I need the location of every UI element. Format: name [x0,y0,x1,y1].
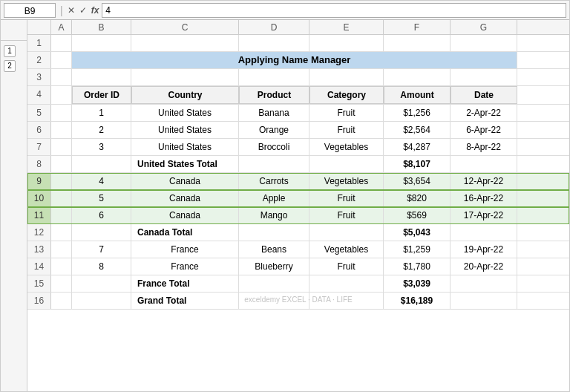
r13-product[interactable]: Beans [239,241,309,258]
fx-icon[interactable]: fx [91,5,99,16]
r6-a[interactable] [51,122,72,138]
header-amount[interactable]: Amount [384,86,451,104]
r7-amount[interactable]: $4,287 [384,139,451,155]
r16-label[interactable]: Grand Total [131,293,239,309]
r16-amount[interactable]: $16,189 [384,293,451,309]
r9-a[interactable] [51,173,72,189]
r3-d[interactable] [239,69,309,85]
r14-a[interactable] [51,258,72,275]
r7-id[interactable]: 3 [72,139,131,155]
r13-a[interactable] [51,241,72,258]
r10-product[interactable]: Apple [239,190,309,206]
r5-product[interactable]: Banana [239,105,309,121]
r10-category[interactable]: Fruit [309,190,384,206]
r5-amount[interactable]: $1,256 [384,105,451,121]
r2-a[interactable] [51,52,72,68]
r15-label[interactable]: France Total [131,275,239,292]
r13-category[interactable]: Vegetables [309,241,384,258]
r8-amount[interactable]: $8,107 [384,156,451,172]
r10-amount[interactable]: $820 [384,190,451,206]
r16-d[interactable] [239,293,309,309]
r14-category[interactable]: Fruit [309,258,384,275]
r11-amount[interactable]: $569 [384,207,451,223]
formula-input[interactable] [102,3,566,18]
r14-country[interactable]: France [131,258,239,275]
cell-reference-box[interactable]: B9 [4,3,56,18]
r8-g[interactable] [451,156,517,172]
r1-b[interactable] [72,35,131,51]
r12-d[interactable] [239,224,309,241]
header-product[interactable]: Product [239,86,309,104]
r11-country[interactable]: Canada [131,207,239,223]
r9-country[interactable]: Canada [131,173,239,189]
r7-product[interactable]: Broccoli [239,139,309,155]
r7-category[interactable]: Vegetables [309,139,384,155]
r13-country[interactable]: France [131,241,239,258]
r11-category[interactable]: Fruit [309,207,384,223]
r12-a[interactable] [51,224,72,241]
r15-a[interactable] [51,275,72,292]
col-header-f[interactable]: F [384,20,451,34]
r5-id[interactable]: 1 [72,105,131,121]
col-header-a[interactable]: A [51,20,72,34]
r10-date[interactable]: 16-Apr-22 [451,190,517,206]
r14-date[interactable]: 20-Apr-22 [451,258,517,275]
r15-amount[interactable]: $3,039 [384,275,451,292]
r3-a[interactable] [51,69,72,85]
header-orderid[interactable]: Order ID [72,86,131,104]
col-header-d[interactable]: D [239,20,309,34]
r9-category[interactable]: Vegetables [309,173,384,189]
r13-date[interactable]: 19-Apr-22 [451,241,517,258]
r11-id[interactable]: 6 [72,207,131,223]
r6-category[interactable]: Fruit [309,122,384,138]
header-category[interactable]: Category [309,86,384,104]
r8-d[interactable] [239,156,309,172]
r3-e[interactable] [309,69,384,85]
r15-b[interactable] [72,275,131,292]
r8-label[interactable]: United States Total [131,156,239,172]
r10-id[interactable]: 5 [72,190,131,206]
r16-a[interactable] [51,293,72,309]
r16-e[interactable] [309,293,384,309]
r1-f[interactable] [384,35,451,51]
r7-a[interactable] [51,139,72,155]
r5-country[interactable]: United States [131,105,239,121]
r15-d[interactable] [239,275,309,292]
confirm-icon[interactable]: ✓ [79,5,87,16]
r6-id[interactable]: 2 [72,122,131,138]
r13-id[interactable]: 7 [72,241,131,258]
r3-c[interactable] [131,69,239,85]
r6-product[interactable]: Orange [239,122,309,138]
r12-e[interactable] [309,224,384,241]
r12-amount[interactable]: $5,043 [384,224,451,241]
r1-d[interactable] [239,35,309,51]
r10-country[interactable]: Canada [131,190,239,206]
r9-amount[interactable]: $3,654 [384,173,451,189]
col-header-b[interactable]: B [72,20,131,34]
r8-b[interactable] [72,156,131,172]
r3-g[interactable] [451,69,517,85]
r9-date[interactable]: 12-Apr-22 [451,173,517,189]
r10-a[interactable] [51,190,72,206]
outline-btn-2[interactable]: 2 [4,60,16,72]
r11-date[interactable]: 17-Apr-22 [451,207,517,223]
r11-product[interactable]: Mango [239,207,309,223]
r6-country[interactable]: United States [131,122,239,138]
header-country[interactable]: Country [131,86,239,104]
r16-b[interactable] [72,293,131,309]
r1-g[interactable] [451,35,517,51]
r13-amount[interactable]: $1,259 [384,241,451,258]
r12-b[interactable] [72,224,131,241]
r12-label[interactable]: Canada Total [131,224,239,241]
col-header-g[interactable]: G [451,20,517,34]
outline-btn-1[interactable]: 1 [4,45,16,57]
r1-c[interactable] [131,35,239,51]
r9-id[interactable]: 4 [72,173,131,189]
r1-e[interactable] [309,35,384,51]
r4-a[interactable] [51,86,72,104]
cancel-icon[interactable]: ✕ [68,5,75,16]
r5-date[interactable]: 2-Apr-22 [451,105,517,121]
r7-date[interactable]: 8-Apr-22 [451,139,517,155]
r14-product[interactable]: Blueberry [239,258,309,275]
r14-amount[interactable]: $1,780 [384,258,451,275]
